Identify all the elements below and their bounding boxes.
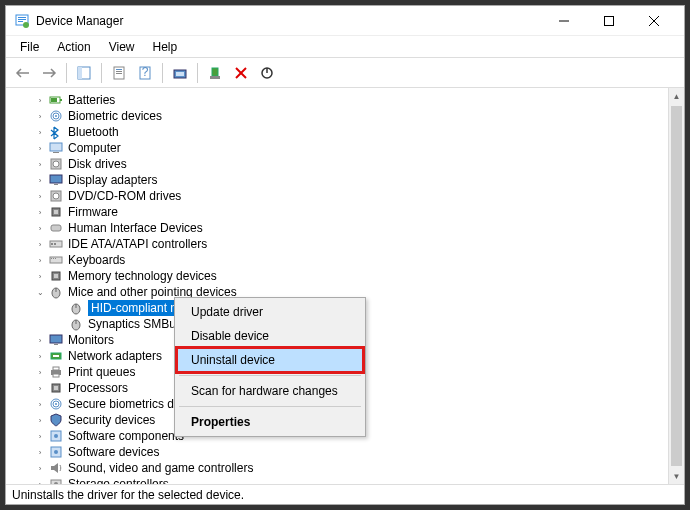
- chevron-right-icon[interactable]: ›: [32, 384, 48, 393]
- svg-rect-10: [78, 67, 82, 79]
- toolbar-separator: [197, 63, 198, 83]
- chevron-right-icon[interactable]: ›: [32, 480, 48, 485]
- svg-point-66: [55, 403, 57, 405]
- chevron-right-icon[interactable]: ›: [32, 336, 48, 345]
- svg-rect-30: [53, 152, 59, 153]
- menu-view[interactable]: View: [101, 38, 143, 56]
- chevron-right-icon[interactable]: ›: [32, 96, 48, 105]
- svg-rect-6: [604, 16, 613, 25]
- chevron-right-icon[interactable]: ›: [32, 416, 48, 425]
- disable-button[interactable]: [256, 62, 278, 84]
- maximize-button[interactable]: [586, 6, 631, 35]
- chevron-right-icon[interactable]: ›: [32, 176, 48, 185]
- chevron-down-icon[interactable]: ⌄: [32, 288, 48, 297]
- svg-rect-42: [54, 243, 56, 245]
- svg-point-32: [53, 161, 59, 167]
- show-hide-button[interactable]: [73, 62, 95, 84]
- svg-rect-24: [60, 99, 62, 101]
- tree-node-label: Bluetooth: [68, 125, 119, 139]
- mouse-icon: [68, 316, 84, 332]
- chevron-right-icon[interactable]: ›: [32, 112, 48, 121]
- toolbar: ?: [6, 58, 684, 88]
- svg-rect-38: [54, 210, 58, 214]
- app-icon: [14, 13, 30, 29]
- context-menu-item[interactable]: Scan for hardware changes: [177, 379, 363, 403]
- fingerprint-icon: [48, 108, 64, 124]
- status-text: Uninstalls the driver for the selected d…: [12, 488, 244, 502]
- chevron-right-icon[interactable]: ›: [32, 192, 48, 201]
- computer-icon: [48, 140, 64, 156]
- menu-help[interactable]: Help: [145, 38, 186, 56]
- back-button[interactable]: [12, 62, 34, 84]
- network-icon: [48, 348, 64, 364]
- uninstall-button[interactable]: [230, 62, 252, 84]
- tree-node-label: Keyboards: [68, 253, 125, 267]
- chevron-right-icon[interactable]: ›: [32, 224, 48, 233]
- svg-rect-39: [51, 225, 61, 231]
- tree-node[interactable]: ›Display adapters: [16, 172, 668, 188]
- update-driver-button[interactable]: [204, 62, 226, 84]
- tree-node-label: Storage controllers: [68, 477, 169, 484]
- tree-node[interactable]: ›IDE ATA/ATAPI controllers: [16, 236, 668, 252]
- help-button[interactable]: ?: [134, 62, 156, 84]
- fingerprint-icon: [48, 396, 64, 412]
- security-icon: [48, 412, 64, 428]
- tree-node[interactable]: ›Keyboards: [16, 252, 668, 268]
- chevron-right-icon[interactable]: ›: [32, 272, 48, 281]
- chevron-right-icon[interactable]: ›: [32, 240, 48, 249]
- chevron-right-icon[interactable]: ›: [32, 128, 48, 137]
- close-button[interactable]: [631, 6, 676, 35]
- svg-rect-33: [50, 175, 62, 183]
- keyboard-icon: [48, 252, 64, 268]
- context-menu-item[interactable]: Properties: [177, 410, 363, 434]
- toolbar-separator: [162, 63, 163, 83]
- context-menu-item[interactable]: Update driver: [177, 300, 363, 324]
- context-menu: Update driverDisable deviceUninstall dev…: [174, 297, 366, 437]
- tree-node[interactable]: ›Biometric devices: [16, 108, 668, 124]
- chevron-right-icon[interactable]: ›: [32, 256, 48, 265]
- svg-text:?: ?: [142, 66, 149, 79]
- chevron-right-icon[interactable]: ›: [32, 160, 48, 169]
- scroll-down-button[interactable]: ▼: [669, 468, 684, 484]
- scan-button[interactable]: [169, 62, 191, 84]
- chevron-right-icon[interactable]: ›: [32, 448, 48, 457]
- tree-node[interactable]: ›Memory technology devices: [16, 268, 668, 284]
- tree-node[interactable]: ›DVD/CD-ROM drives: [16, 188, 668, 204]
- svg-rect-60: [53, 367, 59, 370]
- display-icon: [48, 332, 64, 348]
- menu-action[interactable]: Action: [49, 38, 98, 56]
- toolbar-separator: [66, 63, 67, 83]
- tree-node[interactable]: ›Batteries: [16, 92, 668, 108]
- bluetooth-icon: [48, 124, 64, 140]
- tree-node[interactable]: ›Disk drives: [16, 156, 668, 172]
- chevron-right-icon[interactable]: ›: [32, 400, 48, 409]
- svg-rect-45: [53, 258, 54, 259]
- svg-rect-1: [18, 17, 26, 18]
- tree-node[interactable]: ›Sound, video and game controllers: [16, 460, 668, 476]
- tree-node[interactable]: ›Human Interface Devices: [16, 220, 668, 236]
- tree-node-label: Secure biometrics dev: [68, 397, 187, 411]
- minimize-button[interactable]: [541, 6, 586, 35]
- forward-button[interactable]: [38, 62, 60, 84]
- tree-node-label: Biometric devices: [68, 109, 162, 123]
- tree-node[interactable]: ›Storage controllers: [16, 476, 668, 484]
- chevron-right-icon[interactable]: ›: [32, 208, 48, 217]
- chevron-right-icon[interactable]: ›: [32, 144, 48, 153]
- tree-node[interactable]: ›Bluetooth: [16, 124, 668, 140]
- scroll-up-button[interactable]: ▲: [669, 88, 684, 104]
- tree-node[interactable]: ›Computer: [16, 140, 668, 156]
- vertical-scrollbar[interactable]: ▲ ▼: [668, 88, 684, 484]
- context-menu-item[interactable]: Uninstall device: [177, 348, 363, 372]
- menu-file[interactable]: File: [12, 38, 47, 56]
- scroll-thumb[interactable]: [671, 106, 682, 466]
- chevron-right-icon[interactable]: ›: [32, 352, 48, 361]
- tree-node[interactable]: ›Software devices: [16, 444, 668, 460]
- chevron-right-icon[interactable]: ›: [32, 368, 48, 377]
- chevron-right-icon[interactable]: ›: [32, 432, 48, 441]
- context-menu-item[interactable]: Disable device: [177, 324, 363, 348]
- properties-button[interactable]: [108, 62, 130, 84]
- svg-rect-19: [212, 68, 218, 76]
- tree-node-label: Memory technology devices: [68, 269, 217, 283]
- tree-node[interactable]: ›Firmware: [16, 204, 668, 220]
- chevron-right-icon[interactable]: ›: [32, 464, 48, 473]
